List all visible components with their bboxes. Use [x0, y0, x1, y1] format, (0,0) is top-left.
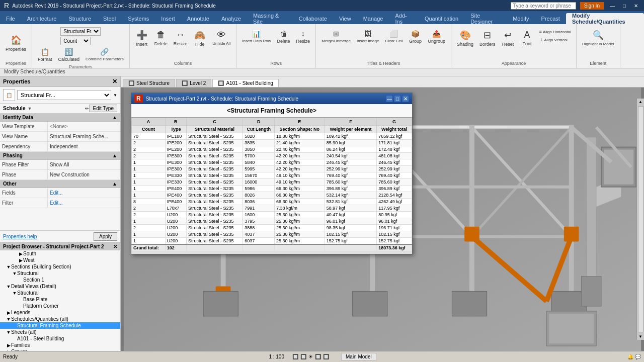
- pb-item-structural[interactable]: ▼Structural: [0, 270, 120, 277]
- dependency-value[interactable]: Independent: [48, 142, 120, 151]
- ungroup-btn[interactable]: 📤 Ungroup: [426, 28, 448, 45]
- status-icon-4[interactable]: 🔲: [315, 354, 321, 359]
- hide-col-btn[interactable]: 🙈 Hide: [191, 28, 209, 48]
- calculated-btn[interactable]: 🔢 Calculated: [56, 46, 83, 63]
- combine-params-btn[interactable]: 🔗 Combine Parameters: [83, 46, 126, 63]
- pb-item-sections[interactable]: ▼Sections (Building Section): [0, 263, 120, 270]
- dialog-resize-handle[interactable]: [131, 251, 412, 254]
- structural-select[interactable]: Structural Fr...: [60, 27, 101, 36]
- status-right-icon-1[interactable]: 🔔: [627, 354, 633, 359]
- identity-data-collapse[interactable]: ▲: [112, 115, 117, 120]
- fields-value[interactable]: Edit...: [48, 188, 120, 198]
- tab-steel[interactable]: Steel: [97, 13, 122, 24]
- tab-massing[interactable]: Massing & Site: [247, 13, 293, 24]
- table-row[interactable]: 2U200Structural Steel - S235388825.30 kg…: [132, 225, 412, 231]
- tab-modify[interactable]: Modify: [507, 13, 535, 24]
- pb-item-platformcorner[interactable]: Platform Corner: [0, 303, 120, 309]
- group-btn[interactable]: 📦 Group: [407, 28, 425, 45]
- highlight-model-btn[interactable]: 🔍 Highlight in Model: [580, 28, 617, 48]
- tab-precast[interactable]: Precast: [535, 13, 566, 24]
- format-btn[interactable]: 📋 Format: [35, 46, 55, 63]
- view-template-value[interactable]: <None>: [48, 122, 120, 131]
- borders-btn[interactable]: ⊟ Borders: [477, 28, 498, 48]
- table-row[interactable]: 1IPE300Structural Steel - S235584042.20 …: [132, 159, 412, 166]
- scroll-up-btn[interactable]: ▲: [637, 99, 643, 105]
- dialog-content[interactable]: A B C D E F G Count Ty: [131, 118, 412, 251]
- tab-addins[interactable]: Add-Ins: [389, 13, 418, 24]
- delete-row-btn[interactable]: 🗑 Delete: [275, 28, 293, 45]
- apply-btn[interactable]: Apply: [94, 232, 117, 241]
- clear-cell-btn[interactable]: ⬜ Clear Cell: [382, 28, 405, 45]
- table-row[interactable]: 2IPE200Structural Steel - S235383521.40 …: [132, 140, 412, 146]
- tab-view[interactable]: View: [333, 13, 357, 24]
- table-row[interactable]: 1IPE400Structural Steel - S235598666.30 …: [132, 186, 412, 192]
- count-select[interactable]: Count: [60, 37, 91, 45]
- align-h-btn[interactable]: ≡ Align Horizontal: [537, 28, 573, 35]
- pb-item-a101[interactable]: A101 - Steel Building: [0, 335, 120, 342]
- tab-quantification[interactable]: Quantification: [419, 13, 464, 24]
- tab-a101[interactable]: 🔲 A101 - Steel Building: [212, 79, 278, 87]
- table-row[interactable]: 2U200Structural Steel - S235160025.30 kg…: [132, 212, 412, 218]
- table-row[interactable]: 1IPE330Structural Steel - S2351567049.10…: [132, 172, 412, 179]
- tab-steel-structure[interactable]: 🔲 Steel Structure: [123, 79, 175, 87]
- pb-item-structuralframing[interactable]: Structural Framing Schedule: [0, 322, 120, 329]
- table-row[interactable]: 1IPE400Structural Steel - S235802666.30 …: [132, 192, 412, 199]
- table-row[interactable]: 2L70x7Structural Steel - S23579917.38 kg…: [132, 205, 412, 212]
- table-row[interactable]: 70IPE180Structural Steel - S235582018.80…: [132, 133, 412, 140]
- pb-item-baseplate[interactable]: Base Plate: [0, 296, 120, 303]
- properties-btn[interactable]: 🏠 Properties: [3, 33, 29, 53]
- phase-value[interactable]: New Construction: [48, 170, 120, 179]
- phase-filter-value[interactable]: Show All: [48, 160, 120, 169]
- dialog-min-btn[interactable]: —: [386, 95, 393, 102]
- pb-close-btn[interactable]: ✕: [113, 244, 117, 249]
- table-row[interactable]: 2IPE200Structural Steel - S235385022.40 …: [132, 146, 412, 153]
- pb-item-schedules[interactable]: ▼Schedules/Quantities (all): [0, 316, 120, 322]
- scroll-down-btn[interactable]: ▼: [637, 333, 643, 340]
- table-row[interactable]: 2IPE300Structural Steel - S235570042.20 …: [132, 153, 412, 159]
- pb-item-families[interactable]: ▶Families: [0, 342, 120, 348]
- search-input[interactable]: [511, 2, 576, 10]
- close-btn[interactable]: ✕: [632, 2, 640, 10]
- reset-btn[interactable]: ↩ Reset: [499, 28, 517, 48]
- status-icon-2[interactable]: 🔲: [300, 354, 306, 359]
- minimize-btn[interactable]: —: [608, 2, 617, 10]
- edit-type-btn[interactable]: Edit Type: [89, 105, 117, 112]
- dialog-max-btn[interactable]: □: [394, 95, 401, 102]
- view-name-value[interactable]: Structural Framing Sche...: [48, 132, 120, 141]
- pb-item-sheets[interactable]: ▼Sheets (all): [0, 329, 120, 335]
- pb-item-west[interactable]: ▶West: [0, 257, 120, 263]
- schedule-type-select[interactable]: Structural Fr...: [17, 90, 111, 100]
- tab-analyze[interactable]: Analyze: [215, 13, 247, 24]
- table-row[interactable]: 1U200Structural Steel - S235403725.30 kg…: [132, 231, 412, 238]
- properties-help-link[interactable]: Properties help: [3, 234, 37, 239]
- shading-btn[interactable]: 🎨 Shading: [454, 28, 476, 48]
- tab-architecture[interactable]: Architecture: [21, 13, 63, 24]
- resize-row-btn[interactable]: ↕ Resize: [294, 28, 313, 45]
- tab-manage[interactable]: Manage: [357, 13, 389, 24]
- insert-row-btn[interactable]: 📊 Insert Data Row: [239, 28, 273, 45]
- fields-edit-btn[interactable]: Edit...: [50, 190, 63, 196]
- phasing-collapse[interactable]: ▲: [112, 153, 117, 158]
- tab-sitedesigner[interactable]: Site Designer: [464, 13, 507, 24]
- tab-file[interactable]: File: [0, 13, 21, 24]
- pb-item-structural2[interactable]: ▼Structural: [0, 290, 120, 296]
- resize-col-btn[interactable]: ↔ Resize: [171, 28, 190, 48]
- tab-insert[interactable]: Insert: [155, 13, 181, 24]
- unhide-all-btn[interactable]: 👁 Unhide All: [210, 28, 233, 47]
- status-icon-1[interactable]: 🔲: [292, 354, 298, 359]
- insert-col-btn[interactable]: ➕ Insert: [133, 28, 151, 48]
- properties-close-btn[interactable]: ✕: [112, 78, 117, 85]
- tab-annotate[interactable]: Annotate: [181, 13, 215, 24]
- filter-value[interactable]: Edit...: [48, 198, 120, 208]
- status-right-icon-2[interactable]: 💬: [635, 354, 641, 359]
- pb-item-detailviews[interactable]: ▼Detail Views (Detail): [0, 283, 120, 290]
- table-row[interactable]: 8IPE400Structural Steel - S235803666.30 …: [132, 199, 412, 205]
- font-btn[interactable]: A Font: [518, 28, 536, 48]
- table-row[interactable]: 1U200Structural Steel - S235379525.30 kg…: [132, 218, 412, 225]
- table-row[interactable]: 1U200Structural Steel - S235603725.30 kg…: [132, 238, 412, 245]
- tab-structure[interactable]: Structure: [62, 13, 97, 24]
- filter-edit-btn[interactable]: Edit...: [50, 200, 63, 206]
- tab-level2[interactable]: 🔲 Level 2: [176, 79, 211, 87]
- pb-item-groups[interactable]: ▶Groups: [0, 348, 120, 351]
- align-v-btn[interactable]: ⊥ Align Vertical: [537, 36, 573, 43]
